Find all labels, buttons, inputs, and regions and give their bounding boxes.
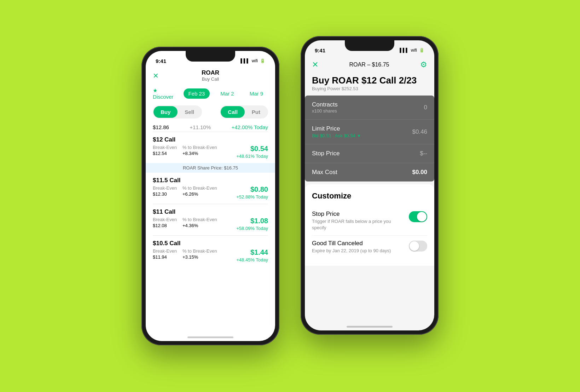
status-icons-1: ▌▌▌ wifi 🔋 <box>240 58 265 63</box>
sell-button[interactable]: Sell <box>178 106 201 118</box>
bid-ask-row: Bid $0.51 · Ask $0.54 ▼ <box>312 133 361 138</box>
nav-title-main: ROAR <box>202 69 219 76</box>
order-title-section: Buy ROAR $12 Call 2/23 Buying Power $252… <box>305 72 434 93</box>
option-col-bl-1: Break-Even $12.30 <box>153 185 177 197</box>
customize-item-gtc: Good Till Canceled Expire by Jan 22, 201… <box>312 236 427 258</box>
option-details-2: Break-Even $12.08 % to Break-Even +4.36%… <box>153 217 268 231</box>
option-title-2: $11 Call <box>153 208 268 215</box>
gear-icon[interactable]: ⚙ <box>420 60 427 69</box>
home-indicator-1 <box>187 336 233 338</box>
limit-price-label: Limit Price <box>312 125 361 132</box>
contracts-field[interactable]: Contracts x100 shares 0 <box>305 96 434 120</box>
discover-button[interactable]: ★ Discover <box>153 87 178 100</box>
phone-2: 9:41 ▌▌▌ wifi 🔋 ✕ ROAR – $16.75 ⚙ Buy RO… <box>301 36 439 335</box>
max-cost-value: $0.00 <box>412 169 427 176</box>
option-details-0: Break-Even $12.54 % to Break-Even +8.34%… <box>153 145 268 159</box>
option-left-1: Break-Even $12.30 % to Break-Even +6.26% <box>153 185 217 197</box>
contracts-sub: x100 shares <box>312 108 338 114</box>
customize-gtc-sub: Expire by Jan 22, 2019 (up to 90 days) <box>312 248 391 254</box>
customize-title: Customize <box>312 191 427 201</box>
option-details-3: Break-Even $11.94 % to Break-Even +3.15%… <box>153 248 268 263</box>
home-indicator-2 <box>347 326 393 328</box>
option-col-left-0: Break-Even $12.54 <box>153 145 177 156</box>
option-breakeven-val-0: $12.54 <box>153 151 177 156</box>
option-col-pct-2: % to Break-Even +4.36% <box>182 217 217 228</box>
customize-stop-price-sub: Trigger if ROAR falls below a price you … <box>312 218 404 231</box>
signal-icon-2: ▌▌▌ <box>400 48 409 53</box>
order-header: ✕ ROAR – $16.75 ⚙ <box>305 56 434 72</box>
status-time-2: 9:41 <box>315 47 325 53</box>
discover-label: ★ Discover <box>153 87 178 100</box>
share-price-banner: ROAR Share Price: $16.75 <box>146 163 275 173</box>
price-change: +11.10% <box>190 124 211 130</box>
buying-power: Buying Power $252.53 <box>312 86 427 91</box>
limit-price-value[interactable]: $0.46 <box>412 128 427 136</box>
option-price-2: $1.08 <box>236 217 268 225</box>
close-button-2[interactable]: ✕ <box>312 60 318 69</box>
date-tabs: ★ Discover Feb 23 Mar 2 Mar 9 <box>146 85 275 103</box>
option-breakeven-label-1: Break-Even <box>153 185 177 191</box>
contracts-label-group: Contracts x100 shares <box>312 101 338 114</box>
call-put-toggle: Call Put <box>220 105 268 119</box>
nav-title-sub: Buy Call <box>202 76 219 82</box>
battery-icon: 🔋 <box>260 58 265 63</box>
stop-price-field[interactable]: Stop Price $-- <box>305 144 434 163</box>
order-header-title: ROAR – $16.75 <box>349 62 389 68</box>
price-row: $12.86 +11.10% +42.00% Today <box>146 121 275 132</box>
option-col-pct-3: % to Break-Even +3.15% <box>182 248 217 260</box>
option-item-11-call[interactable]: $11 Call Break-Even $12.08 % to Break-Ev… <box>146 204 275 235</box>
option-price-col-1: $0.80 +52.88% Today <box>236 185 268 200</box>
option-breakeven-val-3: $11.94 <box>153 254 177 260</box>
option-price-col-2: $1.08 +58.09% Today <box>236 217 268 231</box>
tab-feb23[interactable]: Feb 23 <box>184 88 210 99</box>
option-pct-val-2: +4.36% <box>182 223 217 228</box>
option-today-3: +48.45% Today <box>236 257 268 263</box>
toggle-knob-stop <box>417 212 427 221</box>
stop-price-value[interactable]: $-- <box>420 150 427 157</box>
option-breakeven-val-1: $12.30 <box>153 191 177 197</box>
contracts-value[interactable]: 0 <box>424 104 427 111</box>
stop-price-label-group: Stop Price <box>312 150 340 157</box>
option-pct-label-2: % to Break-Even <box>182 217 217 222</box>
toggle-knob-gtc <box>410 241 419 251</box>
order-main-title: Buy ROAR $12 Call 2/23 <box>312 75 427 86</box>
option-today-2: +58.09% Today <box>236 226 268 231</box>
price-main: $12.86 <box>153 124 169 130</box>
max-cost-label-group: Max Cost <box>312 169 337 176</box>
limit-price-label-group: Limit Price Bid $0.51 · Ask $0.54 ▼ <box>312 125 361 138</box>
option-pct-label-3: % to Break-Even <box>182 248 217 254</box>
option-price-0: $0.54 <box>236 145 268 153</box>
price-today: +42.00% Today <box>231 124 268 130</box>
chevron-down-icon: ▼ <box>357 133 361 138</box>
option-col-bl-3: Break-Even $11.94 <box>153 248 177 260</box>
option-breakeven-label-3: Break-Even <box>153 248 177 254</box>
option-item-12-call[interactable]: $12 Call Break-Even $12.54 % to Break-Ev… <box>146 132 275 163</box>
tab-mar9[interactable]: Mar 9 <box>245 88 268 99</box>
customize-gtc-label: Good Till Canceled <box>312 240 391 247</box>
option-pct-label-1: % to Break-Even <box>182 185 217 191</box>
option-left-3: Break-Even $11.94 % to Break-Even +3.15% <box>153 248 217 260</box>
bid-ask-text: Bid $0.51 · Ask $0.54 <box>312 133 355 138</box>
limit-price-field[interactable]: Limit Price Bid $0.51 · Ask $0.54 ▼ $0.4… <box>305 120 434 144</box>
stop-price-toggle[interactable] <box>409 211 427 222</box>
option-item-10-5-call[interactable]: $10.5 Call Break-Even $11.94 % to Break-… <box>146 236 275 267</box>
option-col-bl-2: Break-Even $12.08 <box>153 217 177 228</box>
customize-stop-price-label: Stop Price <box>312 211 404 218</box>
tab-mar2[interactable]: Mar 2 <box>215 88 239 99</box>
option-title-0: $12 Call <box>153 136 268 143</box>
signal-icon: ▌▌▌ <box>240 58 250 63</box>
option-col-pct-1: % to Break-Even +6.26% <box>182 185 217 197</box>
nav-title-1: ROAR Buy Call <box>202 69 219 82</box>
notch-2 <box>345 40 394 51</box>
phone-1-screen: 9:41 ▌▌▌ wifi 🔋 ✕ ROAR Buy Call ★ Discov… <box>146 51 275 341</box>
option-pct-val-0: +8.34% <box>182 151 217 156</box>
customize-stop-price-text: Stop Price Trigger if ROAR falls below a… <box>312 211 404 231</box>
close-button-1[interactable]: ✕ <box>153 71 159 80</box>
buy-button[interactable]: Buy <box>153 106 178 118</box>
gtc-toggle[interactable] <box>409 241 427 252</box>
call-button[interactable]: Call <box>221 106 245 118</box>
put-button[interactable]: Put <box>245 106 267 118</box>
wifi-icon-2: wifi <box>411 48 417 53</box>
option-price-col-0: $0.54 +48.61% Today <box>236 145 268 159</box>
option-item-11-5-call[interactable]: $11.5 Call Break-Even $12.30 % to Break-… <box>146 173 275 204</box>
